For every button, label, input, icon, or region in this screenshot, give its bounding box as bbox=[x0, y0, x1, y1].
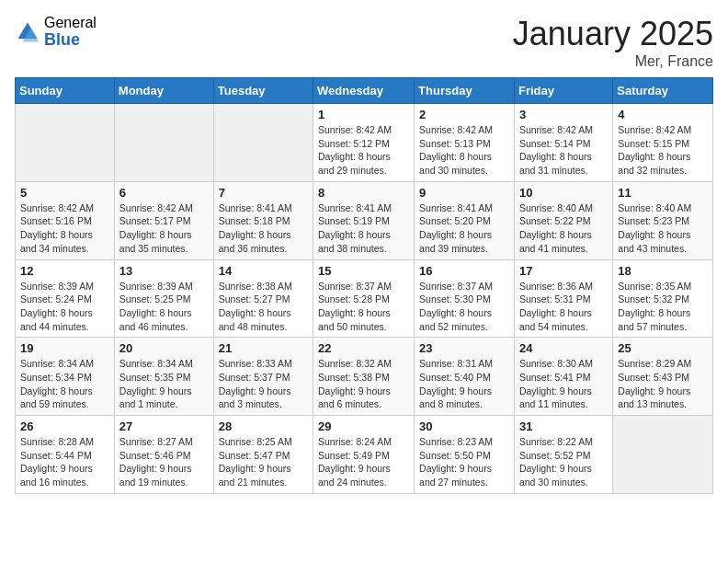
sunset-text: Sunset: 5:28 PM bbox=[318, 293, 409, 306]
day-number: 25 bbox=[618, 341, 708, 355]
daylight-text: Daylight: 9 hours and 6 minutes. bbox=[318, 385, 409, 411]
calendar-cell: 17Sunrise: 8:36 AMSunset: 5:31 PMDayligh… bbox=[514, 259, 612, 338]
calendar-cell: 27Sunrise: 8:27 AMSunset: 5:46 PMDayligh… bbox=[114, 416, 213, 494]
day-number: 14 bbox=[219, 264, 308, 278]
sunset-text: Sunset: 5:22 PM bbox=[519, 214, 608, 228]
calendar-cell: 30Sunrise: 8:23 AMSunset: 5:50 PMDayligh… bbox=[415, 416, 515, 494]
logo-icon bbox=[15, 19, 40, 45]
calendar-cell: 5Sunrise: 8:42 AMSunset: 5:16 PMDaylight… bbox=[16, 181, 115, 259]
daylight-text: Daylight: 8 hours and 29 minutes. bbox=[318, 150, 409, 177]
sunrise-text: Sunrise: 8:39 AM bbox=[20, 280, 109, 293]
calendar-cell: 25Sunrise: 8:29 AMSunset: 5:43 PMDayligh… bbox=[613, 338, 713, 416]
calendar-cell: 14Sunrise: 8:38 AMSunset: 5:27 PMDayligh… bbox=[213, 259, 313, 338]
daylight-text: Daylight: 8 hours and 31 minutes. bbox=[519, 150, 608, 177]
calendar-cell: 20Sunrise: 8:34 AMSunset: 5:35 PMDayligh… bbox=[114, 338, 213, 416]
sunset-text: Sunset: 5:20 PM bbox=[419, 214, 509, 228]
sunset-text: Sunset: 5:13 PM bbox=[419, 137, 509, 151]
day-number: 27 bbox=[119, 419, 209, 433]
daylight-text: Daylight: 9 hours and 1 minute. bbox=[119, 385, 209, 411]
day-info: Sunrise: 8:41 AMSunset: 5:20 PMDaylight:… bbox=[419, 201, 509, 256]
day-info: Sunrise: 8:23 AMSunset: 5:50 PMDaylight:… bbox=[419, 435, 509, 489]
sunrise-text: Sunrise: 8:22 AM bbox=[519, 435, 608, 449]
day-number: 29 bbox=[318, 419, 409, 433]
day-number: 30 bbox=[419, 419, 509, 433]
calendar-cell: 26Sunrise: 8:28 AMSunset: 5:44 PMDayligh… bbox=[16, 416, 115, 494]
daylight-text: Daylight: 8 hours and 35 minutes. bbox=[119, 228, 209, 255]
day-number: 16 bbox=[419, 264, 509, 278]
sunset-text: Sunset: 5:43 PM bbox=[618, 371, 708, 385]
sunset-text: Sunset: 5:27 PM bbox=[219, 293, 308, 306]
calendar-cell: 2Sunrise: 8:42 AMSunset: 5:13 PMDaylight… bbox=[415, 104, 515, 182]
day-info: Sunrise: 8:30 AMSunset: 5:41 PMDaylight:… bbox=[519, 357, 608, 411]
calendar-cell: 24Sunrise: 8:30 AMSunset: 5:41 PMDayligh… bbox=[514, 338, 612, 416]
calendar-cell: 18Sunrise: 8:35 AMSunset: 5:32 PMDayligh… bbox=[613, 259, 713, 338]
sunrise-text: Sunrise: 8:37 AM bbox=[318, 280, 409, 293]
logo: General Blue bbox=[15, 15, 97, 49]
daylight-text: Daylight: 9 hours and 16 minutes. bbox=[20, 462, 109, 488]
logo-text: General Blue bbox=[44, 15, 97, 49]
daylight-text: Daylight: 8 hours and 54 minutes. bbox=[519, 306, 608, 333]
sunset-text: Sunset: 5:24 PM bbox=[20, 293, 109, 306]
day-number: 17 bbox=[519, 264, 608, 278]
sunrise-text: Sunrise: 8:35 AM bbox=[618, 280, 708, 293]
daylight-text: Daylight: 8 hours and 43 minutes. bbox=[618, 228, 708, 255]
weekday-header: Thursday bbox=[415, 78, 515, 104]
sunrise-text: Sunrise: 8:37 AM bbox=[419, 280, 509, 293]
sunset-text: Sunset: 5:34 PM bbox=[20, 371, 109, 385]
daylight-text: Daylight: 8 hours and 57 minutes. bbox=[618, 306, 708, 333]
day-info: Sunrise: 8:42 AMSunset: 5:17 PMDaylight:… bbox=[119, 201, 209, 256]
day-number: 8 bbox=[318, 186, 409, 200]
sunrise-text: Sunrise: 8:34 AM bbox=[119, 357, 209, 371]
calendar-cell: 1Sunrise: 8:42 AMSunset: 5:12 PMDaylight… bbox=[313, 104, 415, 182]
day-number: 11 bbox=[618, 186, 708, 200]
title-block: January 2025 Mer, France bbox=[513, 15, 713, 70]
calendar-cell: 31Sunrise: 8:22 AMSunset: 5:52 PMDayligh… bbox=[514, 416, 612, 494]
sunrise-text: Sunrise: 8:41 AM bbox=[419, 201, 509, 215]
day-info: Sunrise: 8:42 AMSunset: 5:15 PMDaylight:… bbox=[618, 123, 708, 178]
calendar-cell: 12Sunrise: 8:39 AMSunset: 5:24 PMDayligh… bbox=[16, 259, 115, 338]
day-number: 6 bbox=[119, 186, 209, 200]
daylight-text: Daylight: 8 hours and 50 minutes. bbox=[318, 306, 409, 333]
weekday-header: Monday bbox=[114, 78, 213, 104]
sunrise-text: Sunrise: 8:28 AM bbox=[20, 435, 109, 449]
sunrise-text: Sunrise: 8:42 AM bbox=[318, 123, 409, 137]
weekday-header: Friday bbox=[514, 78, 612, 104]
sunset-text: Sunset: 5:47 PM bbox=[219, 449, 308, 463]
daylight-text: Daylight: 9 hours and 27 minutes. bbox=[419, 462, 509, 488]
day-info: Sunrise: 8:41 AMSunset: 5:19 PMDaylight:… bbox=[318, 201, 409, 256]
sunrise-text: Sunrise: 8:27 AM bbox=[119, 435, 209, 449]
day-number: 7 bbox=[219, 186, 308, 200]
calendar-cell bbox=[213, 104, 313, 182]
calendar-cell: 8Sunrise: 8:41 AMSunset: 5:19 PMDaylight… bbox=[313, 181, 415, 259]
day-info: Sunrise: 8:40 AMSunset: 5:23 PMDaylight:… bbox=[618, 201, 708, 256]
daylight-text: Daylight: 8 hours and 39 minutes. bbox=[419, 228, 509, 255]
sunrise-text: Sunrise: 8:31 AM bbox=[419, 357, 509, 371]
sunset-text: Sunset: 5:18 PM bbox=[219, 214, 308, 228]
sunrise-text: Sunrise: 8:38 AM bbox=[219, 280, 308, 293]
day-number: 22 bbox=[318, 341, 409, 355]
calendar-cell: 10Sunrise: 8:40 AMSunset: 5:22 PMDayligh… bbox=[514, 181, 612, 259]
calendar-cell: 6Sunrise: 8:42 AMSunset: 5:17 PMDaylight… bbox=[114, 181, 213, 259]
sunrise-text: Sunrise: 8:42 AM bbox=[618, 123, 708, 137]
day-info: Sunrise: 8:24 AMSunset: 5:49 PMDaylight:… bbox=[318, 435, 409, 489]
day-number: 28 bbox=[219, 419, 308, 433]
sunset-text: Sunset: 5:15 PM bbox=[618, 137, 708, 151]
day-info: Sunrise: 8:42 AMSunset: 5:14 PMDaylight:… bbox=[519, 123, 608, 178]
day-info: Sunrise: 8:36 AMSunset: 5:31 PMDaylight:… bbox=[519, 280, 608, 334]
calendar-header-row: SundayMondayTuesdayWednesdayThursdayFrid… bbox=[16, 78, 713, 104]
sunrise-text: Sunrise: 8:29 AM bbox=[618, 357, 708, 371]
calendar-cell: 23Sunrise: 8:31 AMSunset: 5:40 PMDayligh… bbox=[415, 338, 515, 416]
day-number: 19 bbox=[20, 341, 109, 355]
daylight-text: Daylight: 9 hours and 13 minutes. bbox=[618, 385, 708, 411]
day-number: 18 bbox=[618, 264, 708, 278]
sunset-text: Sunset: 5:40 PM bbox=[419, 371, 509, 385]
logo-general: General bbox=[44, 15, 97, 31]
page-header: General Blue January 2025 Mer, France bbox=[15, 15, 713, 70]
calendar-week-row: 1Sunrise: 8:42 AMSunset: 5:12 PMDaylight… bbox=[16, 104, 713, 182]
day-number: 4 bbox=[618, 108, 708, 121]
calendar-week-row: 19Sunrise: 8:34 AMSunset: 5:34 PMDayligh… bbox=[16, 338, 713, 416]
sunset-text: Sunset: 5:41 PM bbox=[519, 371, 608, 385]
sunset-text: Sunset: 5:35 PM bbox=[119, 371, 209, 385]
sunset-text: Sunset: 5:46 PM bbox=[119, 449, 209, 463]
sunrise-text: Sunrise: 8:41 AM bbox=[219, 201, 308, 215]
